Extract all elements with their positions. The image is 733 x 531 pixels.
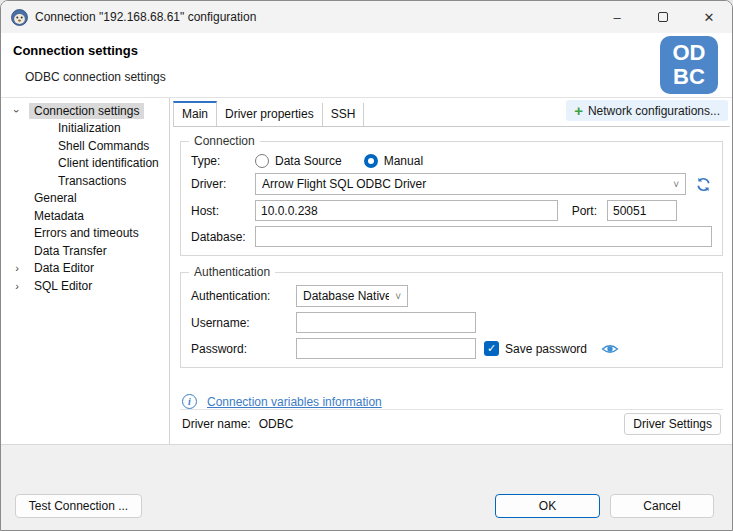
database-label: Database: [191,230,255,244]
username-label: Username: [191,316,296,330]
sidebar-item-client-identification[interactable]: Client identification [1,155,169,173]
title-bar: Connection "192.168.68.61" configuration… [1,1,732,33]
password-row: Password: ✓ Save password [191,338,712,359]
host-row: Host: Port: [191,200,712,221]
eye-icon [601,342,619,356]
connection-variables-row: i Connection variables information [182,394,721,409]
chevron-down-icon: ˅ [673,179,679,190]
database-row: Database: [191,226,712,247]
driver-row: Driver: Arrow Flight SQL ODBC Driver ˅ [191,173,712,195]
driver-name-value: ODBC [259,417,294,431]
odbc-logo-line2: BC [673,65,705,89]
driver-label: Driver: [191,177,255,191]
type-label: Type: [191,154,255,168]
refresh-icon [695,176,712,193]
authentication-row: Authentication: Database Native ˅ [191,285,712,307]
connection-variables-link[interactable]: Connection variables information [207,395,382,409]
odbc-logo: OD BC [660,36,718,94]
manual-radio-label[interactable]: Manual [384,154,423,168]
authentication-group: Authentication Authentication: Database … [180,272,723,368]
minimize-button[interactable]: – [594,1,640,33]
chevron-down-icon[interactable]: › [9,105,25,117]
sidebar-item-sql-editor[interactable]: › SQL Editor [1,277,169,295]
host-input[interactable] [255,200,558,221]
odbc-logo-line1: OD [673,41,706,65]
driver-name-label: Driver name: [182,417,251,431]
tab-driver-properties[interactable]: Driver properties [217,103,323,126]
chevron-right-icon[interactable]: › [9,262,25,274]
dialog-footer: Test Connection ... OK Cancel [1,444,732,531]
authentication-group-legend: Authentication [189,265,275,279]
close-button[interactable]: ✕ [686,1,732,33]
username-row: Username: [191,312,712,333]
database-input[interactable] [255,226,712,247]
plus-icon: + [574,102,583,119]
maximize-button[interactable] [640,1,686,33]
data-source-radio-label[interactable]: Data Source [275,154,342,168]
type-row: Type: Data Source Manual [191,154,712,168]
connection-group-legend: Connection [189,134,260,148]
password-label: Password: [191,342,296,356]
minimize-icon: – [613,10,620,25]
info-icon: i [182,394,197,409]
username-input[interactable] [296,312,476,333]
check-icon: ✓ [487,342,496,355]
authentication-label: Authentication: [191,289,296,303]
tab-main[interactable]: Main [173,101,217,127]
settings-tree: › Connection settings Initialization She… [1,98,170,444]
manual-radio[interactable] [364,154,378,168]
sidebar-item-data-editor[interactable]: › Data Editor [1,260,169,278]
save-password-label[interactable]: Save password [505,342,587,356]
sidebar-item-shell-commands[interactable]: Shell Commands [1,137,169,155]
driver-select[interactable]: Arrow Flight SQL ODBC Driver ˅ [255,173,686,195]
dialog-body: › Connection settings Initialization She… [1,98,732,444]
show-password-button[interactable] [601,342,619,356]
sidebar-item-general[interactable]: General [1,190,169,208]
dialog-header: Connection settings ODBC connection sett… [1,33,732,98]
refresh-drivers-button[interactable] [695,176,712,193]
host-label: Host: [191,204,255,218]
chevron-right-icon[interactable]: › [9,280,25,292]
authentication-select[interactable]: Database Native ˅ [296,285,408,307]
cancel-button[interactable]: Cancel [610,494,714,518]
sidebar-item-initialization[interactable]: Initialization [1,120,169,138]
chevron-down-icon: ˅ [395,291,401,302]
sidebar-item-metadata[interactable]: Metadata [1,207,169,225]
close-icon: ✕ [704,10,715,25]
tab-ssh[interactable]: SSH [323,103,365,126]
sidebar-item-data-transfer[interactable]: Data Transfer [1,242,169,260]
sidebar-item-connection-settings[interactable]: › Connection settings [1,102,169,120]
sidebar-item-errors-and-timeouts[interactable]: Errors and timeouts [1,225,169,243]
ok-button[interactable]: OK [495,494,600,518]
page-subtitle: ODBC connection settings [25,70,166,84]
save-password-checkbox[interactable]: ✓ [484,341,499,356]
window-title: Connection "192.168.68.61" configuration [35,10,256,24]
connection-group: Connection Type: Data Source Manual Driv… [180,141,723,256]
tab-content: Connection Type: Data Source Manual Driv… [173,126,730,444]
dbeaver-app-icon [11,9,28,26]
connection-configuration-dialog: Connection "192.168.68.61" configuration… [0,0,733,531]
network-configurations-button[interactable]: + Network configurations... [566,100,728,121]
test-connection-button[interactable]: Test Connection ... [15,494,142,518]
driver-name-row: Driver name: ODBC Driver Settings [180,410,723,438]
port-input[interactable] [607,200,677,221]
main-panel: Main Driver properties SSH + Network con… [171,98,732,444]
sidebar-item-transactions[interactable]: Transactions [1,172,169,190]
data-source-radio[interactable] [255,154,269,168]
password-input[interactable] [296,338,476,359]
port-label: Port: [572,204,597,218]
page-title: Connection settings [13,43,138,58]
maximize-icon [658,12,668,22]
driver-settings-button[interactable]: Driver Settings [624,413,721,435]
